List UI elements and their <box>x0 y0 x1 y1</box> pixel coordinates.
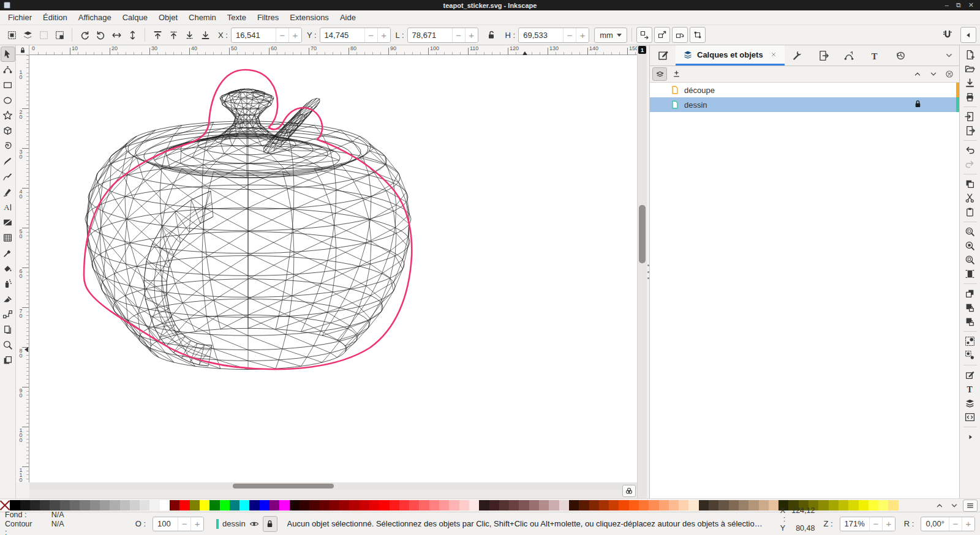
palette-swatch[interactable] <box>260 500 270 511</box>
zoom-plus-button[interactable]: + <box>882 517 895 531</box>
palette-swatch[interactable] <box>230 500 239 511</box>
palette-swatch[interactable] <box>160 500 170 511</box>
clone-unlink-button[interactable] <box>962 315 978 329</box>
calligraphy-tool[interactable] <box>1 184 15 200</box>
transform-rotate-toggle[interactable] <box>672 27 688 43</box>
rotation-minus-button[interactable]: − <box>949 517 962 531</box>
horizontal-scrollbar[interactable] <box>29 482 637 490</box>
palette-swatch[interactable] <box>439 500 449 511</box>
fill-stroke-button[interactable] <box>962 368 978 382</box>
x-plus-button[interactable]: + <box>288 28 301 42</box>
palette-swatch[interactable] <box>419 500 429 511</box>
menu-objet[interactable]: Objet <box>153 12 183 23</box>
palette-swatch[interactable] <box>120 500 130 511</box>
palette-swatch[interactable] <box>249 500 259 511</box>
palette-swatch[interactable] <box>20 500 30 511</box>
palette-swatch[interactable] <box>339 500 349 511</box>
y-spinner[interactable]: 14,745−+ <box>320 28 391 43</box>
palette-swatch[interactable] <box>519 500 529 511</box>
palette-swatch[interactable] <box>300 500 309 511</box>
palette-chevron-down-button[interactable] <box>948 500 960 511</box>
zoom-page-button[interactable] <box>962 253 978 267</box>
chevron-up-button[interactable] <box>910 67 925 81</box>
tab-layers-objects[interactable]: Calques et objets <box>676 45 785 65</box>
palette-swatch[interactable] <box>50 500 59 511</box>
pencil-tool[interactable] <box>1 154 15 169</box>
palette-swatch-none[interactable] <box>0 500 10 511</box>
select-inverse-button[interactable] <box>51 27 67 43</box>
palette-swatch[interactable] <box>869 500 878 511</box>
palette-swatch[interactable] <box>759 500 769 511</box>
menu-extensions[interactable]: Extensions <box>284 12 334 23</box>
palette-swatch[interactable] <box>718 500 728 511</box>
mesh-tool[interactable] <box>1 230 15 245</box>
rotate-ccw-button[interactable] <box>77 27 92 43</box>
palette-swatch[interactable] <box>209 500 219 511</box>
layer-locked-icon[interactable] <box>913 99 922 110</box>
ungroup-button[interactable] <box>962 348 978 362</box>
palette-swatch[interactable] <box>818 500 828 511</box>
palette-swatch[interactable] <box>829 500 839 511</box>
palette-swatch[interactable] <box>360 500 369 511</box>
opacity-minus-button[interactable]: − <box>178 517 190 531</box>
palette-swatch[interactable] <box>449 500 459 511</box>
width-value[interactable]: 78,671 <box>408 31 452 40</box>
palette-swatch[interactable] <box>679 500 688 511</box>
flip-v-button[interactable] <box>124 27 140 43</box>
duplicate-button[interactable] <box>962 286 978 301</box>
height-plus-button[interactable]: + <box>576 28 589 42</box>
fill-stroke-dialog-tab[interactable] <box>650 45 676 65</box>
vertical-scrollbar[interactable]: 1 <box>637 45 647 498</box>
unit-selector[interactable]: mm <box>594 28 627 43</box>
deselect-button[interactable] <box>36 27 51 43</box>
palette-swatch[interactable] <box>549 500 559 511</box>
eraser-tool[interactable] <box>1 291 15 307</box>
import-button[interactable] <box>962 110 978 124</box>
palette-swatch[interactable] <box>369 500 379 511</box>
export-dialog-tab[interactable] <box>810 45 836 65</box>
palette-swatch[interactable] <box>859 500 869 511</box>
palette-swatch[interactable] <box>619 500 628 511</box>
layers-dialog-button[interactable] <box>962 396 978 410</box>
rotate-cw-button[interactable] <box>92 27 108 43</box>
palette-swatch[interactable] <box>489 500 499 511</box>
palette-swatch[interactable] <box>688 500 698 511</box>
palette-swatch[interactable] <box>659 500 669 511</box>
drawing-canvas[interactable] <box>29 55 637 482</box>
menu-fichier[interactable]: Fichier <box>2 12 37 23</box>
fill-stroke-indicator[interactable]: Fond : N/A Contour : N/A <box>5 511 64 535</box>
rect-tool[interactable] <box>1 77 15 92</box>
vertical-ruler[interactable]: 102030405060708090100110 <box>16 55 29 482</box>
page-indicator[interactable]: 1 <box>638 46 646 54</box>
lower-bottom-button[interactable] <box>197 27 213 43</box>
palette-swatch[interactable] <box>290 500 300 511</box>
palette-swatch[interactable] <box>10 500 20 511</box>
x-value[interactable]: 16,541 <box>232 31 276 40</box>
gradient-tool[interactable] <box>1 215 15 230</box>
palette-swatch[interactable] <box>30 500 40 511</box>
page-tool[interactable] <box>1 322 15 337</box>
palette-swatch[interactable] <box>579 500 589 511</box>
vscroll-thumb[interactable] <box>639 205 646 263</box>
palette-swatch[interactable] <box>239 500 249 511</box>
height-spinner[interactable]: 69,533−+ <box>518 28 589 43</box>
palette-chevron-up-button[interactable] <box>933 500 946 511</box>
palette-hamburger-button[interactable] <box>963 499 978 512</box>
palette-swatch[interactable] <box>848 500 858 511</box>
palette-swatch[interactable] <box>609 500 619 511</box>
x-minus-button[interactable]: − <box>276 28 288 42</box>
page-frame-button[interactable] <box>962 267 978 281</box>
rotation-spinner[interactable]: 0,00° − + <box>921 517 975 531</box>
color-management-button[interactable] <box>622 485 636 497</box>
tab-overflow-button[interactable] <box>938 45 959 65</box>
zoom-tool[interactable] <box>1 337 15 353</box>
palette-swatch[interactable] <box>200 500 209 511</box>
group-button[interactable] <box>962 334 978 348</box>
connector-tool[interactable] <box>1 307 15 322</box>
palette-swatch[interactable] <box>140 500 149 511</box>
height-value[interactable]: 69,533 <box>519 31 563 40</box>
spray-tool[interactable] <box>1 276 15 291</box>
zoom-spinner[interactable]: 171% − + <box>840 517 895 531</box>
add-layer-button[interactable] <box>669 67 684 81</box>
pen-tool[interactable] <box>1 169 15 184</box>
